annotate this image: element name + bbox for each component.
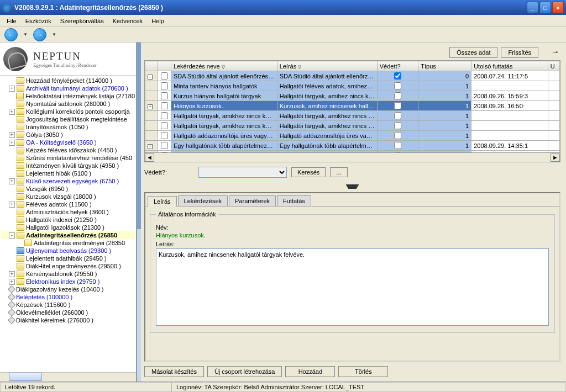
cell-name[interactable]: SDA Stúdió által ajánlott ellenőrzések <box>171 71 277 81</box>
cell-u[interactable] <box>548 101 559 111</box>
tree-item[interactable]: Beléptetés (100000 ) <box>1 293 135 301</box>
grid-row[interactable]: Hallgató adóazonosítója üres vagy hibHal… <box>145 131 560 141</box>
tree-item[interactable]: Képzés féléves időszakok (4450 ) <box>1 146 135 154</box>
tree-item[interactable]: Jogosultság beállítások megtekintése <box>1 115 135 123</box>
cell-name[interactable]: Hallgató adóazonosítója üres vagy hib <box>171 131 277 141</box>
splitter-handle[interactable] <box>137 43 141 382</box>
cell-desc[interactable]: Hallgatói féléves adatok, amihez nincs <box>277 81 377 91</box>
row-checkbox[interactable] <box>158 121 171 131</box>
grid-row[interactable]: +Egy hallgatónak több alapértelmezett tE… <box>145 141 560 151</box>
tree-item[interactable]: Vizsgák (6950 ) <box>1 185 135 193</box>
nav-back-button[interactable]: ← <box>4 28 18 41</box>
close-button[interactable]: × <box>552 2 564 13</box>
menu-role[interactable]: Szerepkörváltás <box>56 17 108 25</box>
cell-lastrun[interactable] <box>471 81 548 91</box>
tree-item[interactable]: Ujjlenyomat beolvasás (29300 ) <box>1 247 135 255</box>
cell-protected[interactable] <box>377 71 418 81</box>
row-expand[interactable] <box>145 111 158 121</box>
minimize-button[interactable]: _ <box>527 2 538 13</box>
tree-item[interactable]: +OA - Költségviselő (3650 ) <box>1 139 135 146</box>
row-checkbox[interactable] <box>158 141 171 151</box>
menu-tools[interactable]: Eszközök <box>21 17 56 25</box>
tree-item[interactable]: -Adatintegritásellenőrzés (26850 <box>1 231 135 239</box>
desc-textarea[interactable]: Kurzusok, amihez nincsenek hallgatói tár… <box>156 248 549 326</box>
cell-type[interactable]: 1 <box>418 111 471 121</box>
tree-item[interactable]: +Kollégiumi korrekciós pontok csoportja <box>1 108 135 115</box>
cell-desc[interactable]: Hallgatói tárgyak, amikhez nincs kurzu <box>277 111 377 121</box>
cell-lastrun[interactable]: 2008.09.29. 14:35:1 <box>471 141 548 151</box>
tree-item[interactable]: +Archivált tanulmányi adatok (270600 ) <box>1 84 135 92</box>
cell-desc[interactable]: Hallgatói tárgyak, amihez nincs kurzu <box>277 91 377 101</box>
nav-back-dropdown-icon[interactable]: ▼ <box>23 32 28 37</box>
expand-icon[interactable]: + <box>9 202 15 208</box>
expand-icon[interactable]: + <box>9 279 15 285</box>
tree-item[interactable]: Képzések (115600 ) <box>1 301 135 309</box>
cell-lastrun[interactable] <box>471 121 548 131</box>
panel-pull-handle[interactable] <box>346 184 359 189</box>
cell-lastrun[interactable]: 2008.09.26. 15:59:3 <box>471 91 548 101</box>
cell-type[interactable]: 1 <box>418 131 471 141</box>
tree-item[interactable]: Hozzáad fényképeket (114000 ) <box>1 77 135 84</box>
tree-item[interactable]: +Elektronikus index (29750 ) <box>1 278 135 285</box>
cell-name[interactable]: Egy hallgatónak több alapértelmezett t <box>171 141 277 151</box>
refresh-button[interactable]: Frissítés <box>501 47 538 58</box>
filter-select[interactable] <box>198 167 287 178</box>
tree-item[interactable]: Irányítószámok (1050 ) <box>1 123 135 131</box>
expand-icon[interactable]: + <box>9 109 15 115</box>
cell-desc[interactable]: SDA Stúdió által ajánlott ellenőrzések <box>277 71 377 81</box>
more-filter-button[interactable]: ... <box>330 167 347 177</box>
tree-item[interactable]: Diákigazolvány kezelés (10400 ) <box>1 285 135 293</box>
row-expand[interactable]: - <box>145 71 158 81</box>
cell-protected[interactable] <box>377 131 418 141</box>
grid-row[interactable]: +Hiányos kurzusok.Kurzusok, amihez nincs… <box>145 101 560 111</box>
tree-hscrollbar[interactable] <box>0 372 136 382</box>
cell-type[interactable]: 1 <box>418 141 471 151</box>
tree-item[interactable]: Intézményen kívüli tárgyak (4950 ) <box>1 162 135 169</box>
cell-desc[interactable]: Hallgatói tárgyak, amikhez nincs kurzu <box>277 121 377 131</box>
scroll-right-icon[interactable]: ► <box>551 153 560 162</box>
cell-protected[interactable] <box>377 91 418 101</box>
expand-icon[interactable]: + <box>9 140 15 146</box>
expand-icon[interactable]: + <box>9 178 15 184</box>
expand-icon[interactable]: + <box>9 86 15 92</box>
grid-row[interactable]: Kurzus hiányos hallgatói tárgyakHallgató… <box>145 91 560 101</box>
grid-header[interactable]: Védett? <box>377 61 418 71</box>
menu-help[interactable]: Help <box>147 17 169 25</box>
cell-u[interactable] <box>548 121 559 131</box>
cell-u[interactable] <box>548 71 559 81</box>
add-button[interactable]: Hozzáad <box>285 366 335 377</box>
cell-name[interactable]: Kurzus hiányos hallgatói tárgyak <box>171 91 277 101</box>
cell-desc[interactable]: Hallgató adóazonosítója üres vagy hib <box>277 131 377 141</box>
tree-item[interactable]: DiákHitel engedményezés (29500 ) <box>1 262 135 270</box>
grid-header[interactable] <box>158 61 171 71</box>
row-expand[interactable]: + <box>145 141 158 151</box>
tree-item[interactable]: +Kérvénysablonok (29550 ) <box>1 270 135 278</box>
tree-item[interactable]: +Külső szervezeti egységek (6750 ) <box>1 177 135 185</box>
tree-item[interactable]: Hallgatói igazolások (21300 ) <box>1 224 135 231</box>
grid-header[interactable] <box>145 61 158 71</box>
cell-protected[interactable] <box>377 81 418 91</box>
tree-item[interactable]: Lejelentett adathibák (29450 ) <box>1 255 135 262</box>
all-data-button[interactable]: Összes adat <box>449 47 497 58</box>
delete-button[interactable]: Törlés <box>338 366 388 377</box>
tab-queries[interactable]: Lekérdezések <box>178 195 228 206</box>
cell-u[interactable] <box>548 81 559 91</box>
cell-lastrun[interactable] <box>471 111 548 121</box>
row-checkbox[interactable] <box>158 71 171 81</box>
tree-item[interactable]: Kurzusok vizsgái (18000 ) <box>1 193 135 200</box>
cell-lastrun[interactable] <box>471 131 548 141</box>
grid-row[interactable]: Hallgatói tárgyak, amikhez nincs kurzuHa… <box>145 121 560 131</box>
grid-header[interactable]: Leírás ▽ <box>277 61 377 71</box>
cell-u[interactable] <box>548 111 559 121</box>
row-checkbox[interactable] <box>158 111 171 121</box>
grid-header[interactable]: Utolsó futtatás <box>471 61 548 71</box>
cell-u[interactable] <box>548 91 559 101</box>
cell-name[interactable]: Hiányos kurzusok. <box>171 101 277 111</box>
cell-protected[interactable] <box>377 101 418 111</box>
tree-item[interactable]: Adminisztrációs helyek (3600 ) <box>1 208 135 216</box>
cell-protected[interactable] <box>377 121 418 131</box>
tree-item[interactable]: Diákhitel kérelmek (276000 ) <box>1 316 135 324</box>
row-checkbox[interactable] <box>158 101 171 111</box>
search-button[interactable]: Keresés <box>291 167 326 177</box>
grid-row[interactable]: -SDA Stúdió által ajánlott ellenőrzésekS… <box>145 71 560 81</box>
